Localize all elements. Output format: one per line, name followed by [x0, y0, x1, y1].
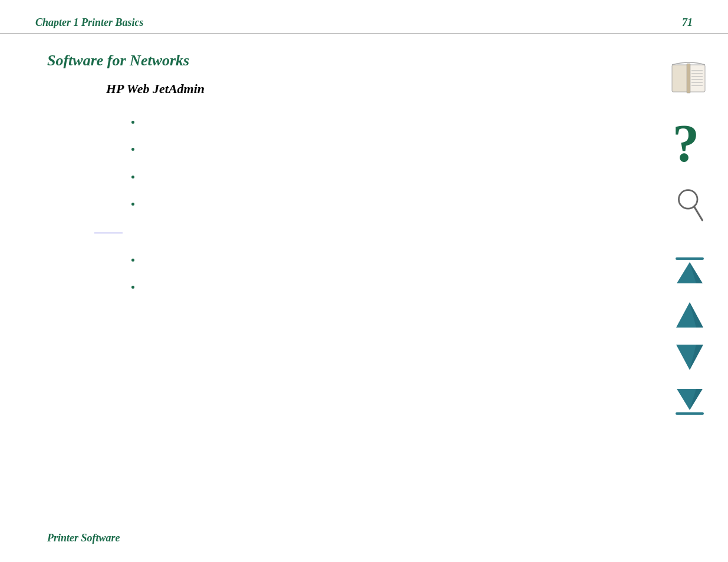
- svg-rect-2: [687, 64, 690, 93]
- next-page-button[interactable]: [674, 340, 706, 373]
- footer-text: Printer Software: [47, 532, 120, 544]
- svg-line-11: [694, 207, 702, 220]
- page-number: 71: [682, 16, 693, 29]
- section-title: Software for Networks: [47, 52, 681, 70]
- bullet-list-top: [141, 114, 681, 211]
- navigation-arrows: [672, 255, 707, 417]
- list-item: [141, 196, 681, 210]
- bullet-list-bottom: [141, 252, 681, 294]
- main-content: Software for Networks HP Web JetAdmin: [0, 34, 728, 293]
- svg-text:?: ?: [673, 115, 699, 170]
- book-icon[interactable]: [669, 59, 710, 97]
- help-icon[interactable]: ?: [669, 115, 710, 170]
- svg-rect-0: [672, 65, 689, 92]
- list-item: [141, 169, 681, 183]
- search-icon[interactable]: [674, 187, 706, 226]
- svg-rect-1: [689, 65, 705, 92]
- chapter-label: Chapter 1 Printer Basics: [35, 16, 144, 29]
- last-page-button[interactable]: [672, 382, 707, 417]
- list-item: [141, 279, 681, 293]
- page-header: Chapter 1 Printer Basics 71: [0, 0, 728, 34]
- first-page-button[interactable]: [672, 255, 707, 290]
- list-item: [141, 141, 681, 156]
- previous-page-button[interactable]: [674, 299, 706, 332]
- page-footer: Printer Software: [47, 532, 120, 544]
- list-item: [141, 252, 681, 266]
- hyperlink[interactable]: [94, 224, 681, 234]
- sidebar-icons: ?: [669, 59, 710, 417]
- list-item: [141, 114, 681, 128]
- subsection-title: HP Web JetAdmin: [106, 81, 681, 97]
